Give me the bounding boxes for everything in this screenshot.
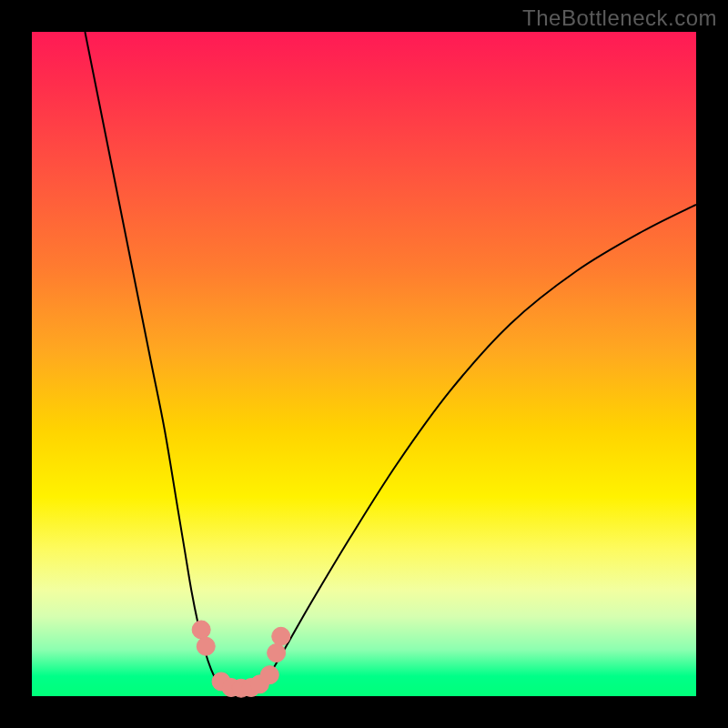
outer-frame: TheBottleneck.com [0, 0, 728, 728]
marker-point [192, 621, 210, 639]
watermark-text: TheBottleneck.com [522, 5, 717, 31]
marker-point [272, 627, 290, 645]
curve-group [85, 32, 696, 693]
marker-point [268, 644, 286, 662]
marker-point [197, 637, 215, 655]
chart-svg [32, 32, 696, 696]
marker-point [260, 666, 278, 684]
plot-area [32, 32, 696, 696]
bottleneck-curve [85, 32, 696, 693]
